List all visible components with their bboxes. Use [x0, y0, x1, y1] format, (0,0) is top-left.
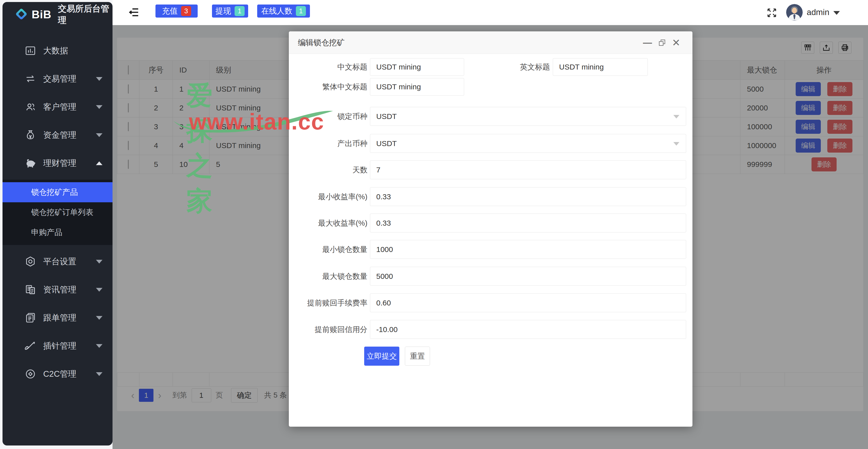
output-coin-select[interactable]: USDT	[370, 134, 686, 153]
field-label-days: 天数	[293, 160, 367, 179]
field-label-max-lock: 最大锁仓数量	[293, 267, 367, 286]
sidebar-item-label: 资金管理	[43, 129, 96, 141]
chevron-down-icon	[96, 344, 102, 348]
piggy-bank-icon	[25, 157, 36, 169]
sidebar-item-pin-management[interactable]: 插针管理	[2, 334, 113, 357]
needle-icon	[25, 340, 36, 352]
sidebar-subitem-locked-mining-orders[interactable]: 锁仓挖矿订单列表	[2, 202, 113, 222]
avatar	[786, 4, 803, 21]
field-label-cn-title: 中文标题	[293, 58, 367, 76]
chevron-down-icon	[673, 115, 679, 119]
withdraw-label: 提现	[216, 6, 231, 16]
news-icon	[25, 284, 36, 295]
edit-locked-mining-modal: 编辑锁仓挖矿 — ✕ 中文标题 英文标题 繁体中文标题 锁定币种 USDT 产出…	[289, 31, 692, 427]
sidebar-item-label: 理财管理	[43, 158, 96, 169]
tc-title-input[interactable]	[370, 78, 464, 96]
field-label-en-title: 英文标题	[476, 58, 550, 76]
app-title: 交易所后台管理	[58, 3, 113, 26]
max-lock-input[interactable]	[370, 267, 686, 286]
days-input[interactable]	[370, 160, 686, 179]
sidebar-subitem-subscription-products[interactable]: 申购产品	[2, 222, 113, 243]
field-label-tc-title: 繁体中文标题	[293, 78, 367, 96]
sidebar-item-copy-trade-management[interactable]: 跟单管理	[2, 306, 113, 329]
user-name: admin	[807, 7, 829, 17]
withdraw-button[interactable]: 提现 1	[212, 4, 248, 18]
sidebar: BiB 交易所后台管理 大数据 交易管理 客户管理	[2, 2, 113, 446]
min-lock-input[interactable]	[370, 240, 686, 259]
sidebar-item-news-management[interactable]: 资讯管理	[2, 278, 113, 301]
sidebar-item-platform-settings[interactable]: 平台设置	[2, 250, 113, 273]
redeem-fee-input[interactable]	[370, 293, 686, 312]
max-rate-input[interactable]	[370, 214, 686, 232]
field-label-min-rate: 最小收益率(%)	[293, 187, 367, 206]
cn-title-input[interactable]	[370, 58, 464, 76]
chevron-down-icon	[96, 133, 102, 137]
collapse-menu-icon[interactable]	[128, 6, 140, 18]
en-title-input[interactable]	[553, 58, 648, 76]
chevron-down-icon	[833, 11, 840, 15]
user-menu[interactable]: admin	[786, 4, 840, 21]
field-label-max-rate: 最大收益率(%)	[293, 214, 367, 232]
withdraw-badge: 1	[235, 6, 245, 16]
recharge-label: 充值	[162, 6, 178, 16]
recharge-badge: 3	[181, 6, 191, 16]
close-icon[interactable]: ✕	[671, 37, 681, 48]
sidebar-subitem-locked-mining-products[interactable]: 锁仓挖矿产品	[2, 182, 113, 202]
fullscreen-icon[interactable]	[766, 7, 778, 19]
redeem-credit-input[interactable]	[370, 320, 686, 339]
gear-icon	[25, 256, 36, 267]
sidebar-item-customer-management[interactable]: 客户管理	[2, 95, 113, 119]
lock-coin-value: USDT	[376, 112, 397, 121]
field-label-lock-coin: 锁定币种	[293, 107, 367, 126]
reset-button[interactable]: 重置	[405, 347, 430, 366]
topbar: 充值 3 提现 1 在线人数 1 admin	[113, 0, 868, 25]
chevron-down-icon	[96, 316, 102, 320]
exchange-icon	[25, 73, 36, 85]
sidebar-item-label: C2C管理	[43, 368, 96, 380]
recharge-button[interactable]: 充值 3	[155, 4, 198, 18]
logo-icon	[16, 8, 28, 21]
sidebar-item-trade-management[interactable]: 交易管理	[2, 67, 113, 90]
sidebar-item-label: 资讯管理	[43, 284, 96, 295]
min-rate-input[interactable]	[370, 187, 686, 206]
online-users-button[interactable]: 在线人数 1	[257, 4, 310, 18]
modal-title: 编辑锁仓挖矿	[298, 31, 345, 54]
sidebar-item-label: 客户管理	[43, 101, 96, 113]
app-root: BiB 交易所后台管理 大数据 交易管理 客户管理	[0, 0, 868, 449]
maximize-icon[interactable]	[657, 37, 667, 48]
chevron-down-icon	[96, 288, 102, 292]
chevron-down-icon	[96, 77, 102, 81]
logo-text: BiB	[32, 8, 52, 21]
chevron-down-icon	[673, 142, 679, 146]
lock-coin-select[interactable]: USDT	[370, 107, 686, 126]
sidebar-item-big-data[interactable]: 大数据	[2, 39, 113, 62]
output-coin-value: USDT	[376, 139, 397, 148]
field-label-min-lock: 最小锁仓数量	[293, 240, 367, 259]
minimize-icon[interactable]: —	[642, 37, 653, 48]
chart-icon	[25, 45, 36, 57]
submit-button[interactable]: 立即提交	[364, 347, 399, 366]
sidebar-item-label: 大数据	[43, 45, 102, 57]
chevron-down-icon	[96, 105, 102, 109]
sidebar-item-label: 跟单管理	[43, 312, 96, 323]
online-users-badge: 1	[296, 6, 306, 16]
sidebar-item-finance-management[interactable]: 理财管理	[2, 152, 113, 175]
sidebar-item-c2c-management[interactable]: C2C管理	[2, 362, 113, 385]
money-bag-icon	[25, 129, 36, 141]
chevron-down-icon	[96, 260, 102, 263]
sidebar-item-label: 平台设置	[43, 256, 96, 267]
field-label-output-coin: 产出币种	[293, 134, 367, 153]
online-users-label: 在线人数	[261, 6, 292, 16]
sidebar-menu: 大数据 交易管理 客户管理 资金管理	[2, 39, 113, 385]
sidebar-item-fund-management[interactable]: 资金管理	[2, 124, 113, 147]
chevron-up-icon	[96, 161, 102, 165]
modal-header: 编辑锁仓挖矿 — ✕	[289, 31, 692, 54]
users-icon	[25, 101, 36, 113]
sidebar-item-label: 交易管理	[43, 73, 96, 85]
coin-icon	[25, 368, 36, 380]
logo: BiB 交易所后台管理	[2, 2, 113, 27]
field-label-redeem-credit: 提前赎回信用分	[293, 320, 367, 339]
sidebar-item-label: 插针管理	[43, 340, 96, 352]
sidebar-submenu-finance: 锁仓挖矿产品 锁仓挖矿订单列表 申购产品	[2, 180, 113, 245]
field-label-redeem-fee: 提前赎回手续费率	[293, 293, 367, 312]
